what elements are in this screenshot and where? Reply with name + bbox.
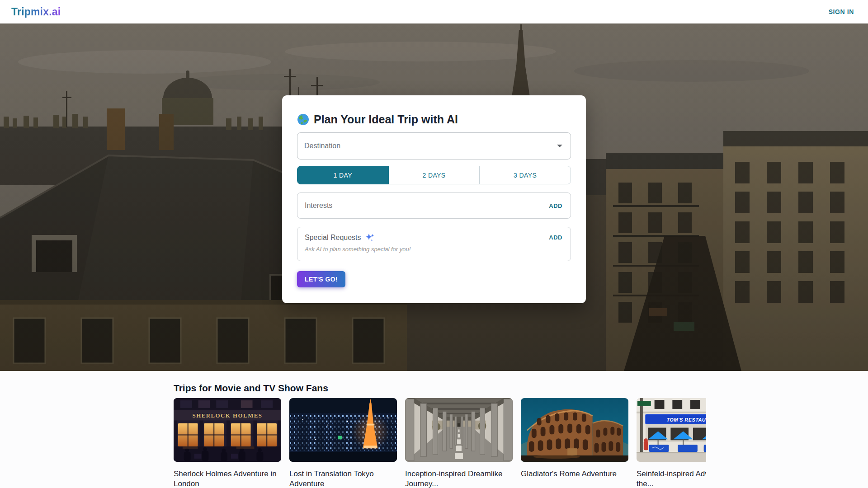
logo[interactable]: Tripmix.ai xyxy=(11,6,61,18)
destination-select[interactable]: Destination xyxy=(297,132,571,160)
trip-card-image-sherlock-pub: SHERLOCK HOLMES xyxy=(174,398,281,462)
planner-title: Plan Your Ideal Trip with AI xyxy=(297,113,571,126)
lets-go-button[interactable]: LET'S GO! xyxy=(297,271,345,287)
trip-cards-row: SHERLOCK HOLMES xyxy=(174,398,706,488)
trip-card-title: Inception-inspired Dreamlike Journey... xyxy=(405,469,513,488)
sparkles-icon xyxy=(365,233,375,243)
special-requests-label: Special Requests xyxy=(305,234,361,242)
trip-card-image-tokyo-skyline xyxy=(289,398,397,462)
trip-card-title: Gladiator's Rome Adventure xyxy=(521,469,628,479)
trip-card-image-toms-restaurant: TOM'S RESTAURANT xyxy=(637,398,706,462)
chevron-down-icon xyxy=(557,145,562,147)
trip-card-image-bridge-colonnade xyxy=(405,398,513,462)
interests-add-button[interactable]: ADD xyxy=(548,201,563,211)
special-requests-hint: Ask AI to plan something special for you… xyxy=(305,246,563,253)
duration-1-day-button[interactable]: 1 DAY xyxy=(297,166,389,184)
duration-3-days-button[interactable]: 3 DAYS xyxy=(480,166,571,184)
trip-card-title: Sherlock Holmes Adventure in London xyxy=(174,469,281,488)
trip-card-inception[interactable]: Inception-inspired Dreamlike Journey... xyxy=(405,398,513,488)
trip-card-image-colosseum xyxy=(521,398,628,462)
trips-heading: Trips for Movie and TV Show Fans xyxy=(174,383,868,394)
interests-placeholder: Interests xyxy=(305,202,332,210)
trip-card-title: Seinfeld-inspired Adventure in the... xyxy=(637,469,706,488)
trip-card-gladiator[interactable]: Gladiator's Rome Adventure xyxy=(521,398,628,488)
hero-section: Plan Your Ideal Trip with AI Destination… xyxy=(0,23,868,371)
special-requests-input[interactable]: Special Requests ADD Ask AI to plan some… xyxy=(297,227,571,261)
trip-card-tokyo[interactable]: Lost in Translation Tokyo Adventure xyxy=(289,398,397,488)
destination-placeholder: Destination xyxy=(304,142,340,150)
special-requests-add-button[interactable]: ADD xyxy=(548,232,563,243)
trip-card-seinfeld[interactable]: TOM'S RESTAURANT xyxy=(637,398,706,488)
sign-in-button[interactable]: SIGN IN xyxy=(826,8,857,16)
globe-icon xyxy=(297,113,309,126)
trip-card-title: Lost in Translation Tokyo Adventure xyxy=(289,469,397,488)
app-header: Tripmix.ai SIGN IN xyxy=(0,0,868,23)
pub-sign-text: SHERLOCK HOLMES xyxy=(192,413,262,419)
duration-toggle-group: 1 DAY 2 DAYS 3 DAYS xyxy=(297,166,571,184)
trip-card-sherlock[interactable]: SHERLOCK HOLMES xyxy=(174,398,281,488)
duration-2-days-button[interactable]: 2 DAYS xyxy=(389,166,480,184)
restaurant-sign-text: TOM'S RESTAURANT xyxy=(666,417,706,422)
trips-section: Trips for Movie and TV Show Fans xyxy=(0,371,868,488)
interests-input[interactable]: Interests ADD xyxy=(297,192,571,219)
trip-planner-card: Plan Your Ideal Trip with AI Destination… xyxy=(282,95,586,303)
planner-title-text: Plan Your Ideal Trip with AI xyxy=(314,113,458,126)
